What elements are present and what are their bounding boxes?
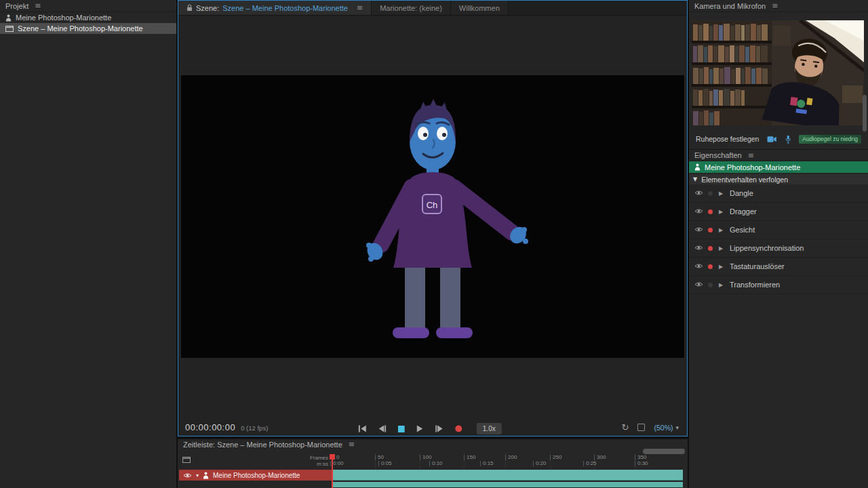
tab-menu-icon[interactable]: ≡ <box>357 3 363 12</box>
scene-panel: Szene: Szene – Meine Photoshop-Marionett… <box>178 0 688 436</box>
tab-willkommen[interactable]: Willkommen <box>451 1 509 15</box>
triangle-right-icon[interactable]: ▶ <box>719 227 730 233</box>
transport-controls: 1.0x <box>358 423 502 434</box>
time-tick: 0:05 <box>378 461 392 466</box>
time-tick: 0:10 <box>429 461 443 466</box>
behavior-row-lippensynchronisation[interactable]: ▶ Lippensynchronisation <box>689 239 868 258</box>
character-animator-app: Projekt ≡ Meine Photoshop-Marionette Sze… <box>0 0 868 488</box>
previous-frame-button[interactable] <box>378 425 387 432</box>
ch-badge: Ch <box>422 195 441 214</box>
panel-menu-icon[interactable]: ≡ <box>772 1 778 10</box>
arm-record-toggle[interactable] <box>708 246 719 251</box>
behavior-row-transformieren[interactable]: ▶ Transformieren <box>689 276 868 294</box>
triangle-right-icon[interactable]: ▶ <box>719 209 730 215</box>
vertical-scrollbar[interactable] <box>863 95 867 131</box>
behavior-label: Lippensynchronisation <box>730 244 804 252</box>
frame-info: 0 (12 fps) <box>241 424 268 432</box>
timeline-title: Zeitleiste: Szene – Meine Photoshop-Mari… <box>183 441 342 449</box>
play-button[interactable] <box>416 425 424 432</box>
frame-tick: 200 <box>505 455 517 460</box>
svg-text:Ch: Ch <box>427 200 438 210</box>
frame-tick: 350 <box>635 455 646 460</box>
triangle-right-icon[interactable]: ▶ <box>719 190 730 197</box>
time-tick: 0:30 <box>635 461 648 466</box>
arm-record-toggle[interactable] <box>708 228 719 232</box>
frame-tick: 300 <box>594 455 606 460</box>
stage-canvas[interactable]: Ch <box>181 75 684 358</box>
eye-visibility-icon[interactable] <box>183 472 192 479</box>
set-rest-pose-button[interactable]: Ruhepose festlegen <box>696 135 759 143</box>
behavior-label: Dragger <box>730 207 757 216</box>
eye-visibility-icon[interactable] <box>694 263 703 269</box>
tab-scene-value: Szene – Meine Photoshop-Marionette <box>222 4 348 12</box>
panel-menu-icon[interactable]: ≡ <box>35 1 41 10</box>
puppet-character[interactable]: Ch <box>181 75 684 358</box>
chevron-down-icon: ▾ <box>675 424 679 431</box>
panel-menu-icon[interactable]: ≡ <box>748 151 754 160</box>
behavior-row-dragger[interactable]: ▶ Dragger <box>689 203 868 221</box>
timeline-clip-bar[interactable] <box>332 470 683 481</box>
webcam-feed <box>692 20 864 125</box>
puppet-name: Meine Photoshop-Marionette <box>705 163 800 171</box>
behaviors-section-header[interactable]: ▼ Elementverhalten verfolgen <box>689 174 868 184</box>
eye-visibility-icon[interactable] <box>694 226 703 232</box>
behavior-row-dangle[interactable]: ▶ Dangle <box>689 184 868 203</box>
puppet-icon <box>694 163 701 171</box>
next-frame-button[interactable] <box>435 425 443 432</box>
triangle-right-icon[interactable]: ▶ <box>719 282 730 288</box>
behavior-row-tastaturausloeser[interactable]: ▶ Tastaturauslöser <box>689 258 868 276</box>
frame-tick: 150 <box>464 455 475 460</box>
chevron-down-icon[interactable]: ▾ <box>196 472 199 479</box>
behavior-row-gesicht[interactable]: ▶ Gesicht <box>689 221 868 239</box>
panel-menu-icon[interactable]: ≡ <box>349 440 355 449</box>
eye-visibility-icon[interactable] <box>694 190 703 196</box>
eye-visibility-icon[interactable] <box>694 281 703 287</box>
tab-marionette[interactable]: Marionette: (keine) <box>372 1 451 15</box>
eye-visibility-icon[interactable] <box>694 245 703 251</box>
behavior-label: Transformieren <box>730 281 780 289</box>
triangle-down-icon[interactable]: ▼ <box>693 176 697 182</box>
ruler-frames-label: Frames <box>286 455 328 461</box>
record-button[interactable] <box>455 425 462 432</box>
camera-toggle-icon[interactable] <box>767 136 776 143</box>
project-item-scene[interactable]: Szene – Meine Photoshop-Marionette <box>0 23 176 34</box>
fit-view-checkbox[interactable] <box>637 424 645 431</box>
puppet-shoe <box>436 327 473 338</box>
timeline-track-puppet[interactable]: ▾ Meine Photoshop-Marionette <box>179 470 332 481</box>
tab-scene[interactable]: Szene: Szene – Meine Photoshop-Marionett… <box>178 1 372 15</box>
behavior-list: ▶ Dangle ▶ Dragger ▶ Gesicht ▶ Lippensyn… <box>689 184 868 294</box>
camera-and-properties-panel: Kamera und Mikrofon ≡ <box>689 0 868 488</box>
arm-record-toggle[interactable] <box>708 209 719 214</box>
eye-visibility-icon[interactable] <box>694 208 703 214</box>
track-label: Meine Photoshop-Marionette <box>213 472 300 479</box>
puppet-icon <box>203 472 209 479</box>
zoom-dropdown[interactable]: (50%) ▾ <box>654 424 679 432</box>
loop-playback-icon[interactable]: ↻ <box>622 422 629 432</box>
tab-label: Willkommen <box>459 4 500 12</box>
playback-speed-button[interactable]: 1.0x <box>477 423 502 434</box>
arm-record-toggle[interactable] <box>708 264 719 269</box>
time-tick: 0:15 <box>480 461 494 466</box>
timeline-panel: Zeitleiste: Szene – Meine Photoshop-Mari… <box>178 439 688 488</box>
camera-controls-row: Ruhepose festlegen Audiopegel zu niedrig <box>689 133 868 145</box>
selected-puppet-row[interactable]: Meine Photoshop-Marionette <box>689 161 868 173</box>
properties-panel-header: Eigenschaften ≡ <box>689 149 868 161</box>
zoom-level: (50%) <box>654 424 673 432</box>
go-to-start-button[interactable] <box>358 425 367 432</box>
stop-button[interactable] <box>398 426 405 432</box>
project-panel-header: Projekt ≡ <box>0 0 176 12</box>
timecode-group: 00:00:00:00 0 (12 fps) <box>185 422 268 432</box>
triangle-right-icon[interactable]: ▶ <box>719 245 730 251</box>
project-item-label: Szene – Meine Photoshop-Marionette <box>18 24 143 33</box>
microphone-toggle-icon[interactable] <box>785 135 791 144</box>
triangle-right-icon[interactable]: ▶ <box>719 264 730 270</box>
playhead[interactable] <box>332 454 333 488</box>
behavior-label: Tastaturauslöser <box>730 262 785 270</box>
arm-record-toggle[interactable] <box>708 283 719 287</box>
scene-track-icon <box>182 457 191 463</box>
project-panel-title: Projekt <box>5 2 28 10</box>
arm-record-toggle[interactable] <box>708 191 719 196</box>
project-item-puppet[interactable]: Meine Photoshop-Marionette <box>0 12 176 23</box>
timeline-horizontal-scrollbar[interactable] <box>643 449 685 454</box>
timeline-work-area-bar[interactable] <box>332 482 683 487</box>
